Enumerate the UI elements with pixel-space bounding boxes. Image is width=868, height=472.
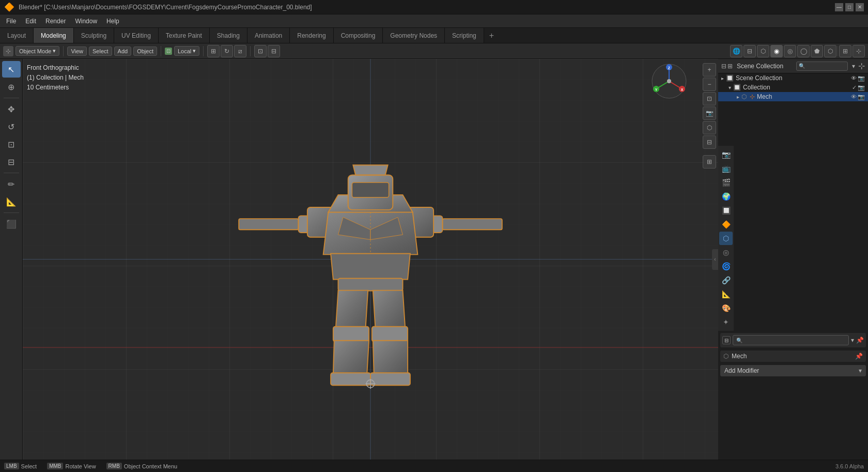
render-icon[interactable]: 📷 (858, 75, 865, 82)
perspective-btn[interactable]: ⬡ (703, 121, 716, 134)
props-search-input[interactable]: 🔍 (733, 335, 849, 345)
object-menu[interactable]: Object (133, 47, 157, 56)
svg-point-42 (667, 79, 671, 83)
props-render-tab[interactable]: 📷 (719, 148, 733, 161)
transform-tool[interactable]: ⊟ (2, 154, 21, 170)
viewport[interactable]: Front Orthographic (1) Collection | Mech… (23, 59, 718, 460)
local-dropdown[interactable]: Local ▾ (174, 46, 199, 56)
snap-btn-3[interactable]: ⧄ (234, 45, 246, 57)
move-tool[interactable]: ✥ (2, 101, 21, 117)
mech-visibility[interactable]: 👁 (851, 94, 857, 100)
overlay-btn[interactable]: ⊞ (839, 45, 851, 57)
prop-btn-2[interactable]: ⊟ (268, 45, 280, 57)
snap-btn-2[interactable]: ↻ (221, 45, 233, 57)
props-shading-tab[interactable]: ✦ (719, 315, 733, 329)
window-controls[interactable]: — □ ✕ (835, 3, 864, 11)
gizmo-btn[interactable]: ⊹ (853, 45, 865, 57)
add-menu[interactable]: Add (114, 47, 132, 56)
props-pin-btn[interactable]: 📌 (856, 337, 864, 344)
display-mode-1[interactable]: ⬡ (757, 45, 769, 57)
zoom-in-btn[interactable]: + (703, 63, 716, 77)
outliner-collection[interactable]: ▾ 🔲 Collection ✓ 📷 (718, 83, 868, 92)
menu-edit[interactable]: Edit (21, 17, 40, 26)
menu-window[interactable]: Window (71, 17, 101, 26)
props-options-btn[interactable]: ▾ (851, 337, 854, 344)
props-world-tab[interactable]: 🔲 (719, 204, 733, 217)
view-menu[interactable]: View (67, 47, 87, 56)
mode-toggle-icon[interactable]: ⊹ (3, 46, 13, 56)
tab-modeling[interactable]: Modeling (34, 28, 74, 43)
grid-snap-btn[interactable]: ⊞ (703, 155, 716, 169)
props-object-tab[interactable]: 🔶 (719, 218, 733, 231)
prop-btn-1[interactable]: ⊡ (254, 45, 267, 57)
select-menu[interactable]: Select (89, 47, 112, 56)
tab-animation[interactable]: Animation (247, 28, 290, 43)
display-mode-4[interactable]: ◯ (797, 45, 810, 57)
tab-shading[interactable]: Shading (210, 28, 247, 43)
local-view-btn[interactable]: ⊟ (703, 135, 716, 149)
annotate-tool[interactable]: ✏ (2, 176, 21, 192)
tab-texture-paint[interactable]: Texture Paint (159, 28, 210, 43)
close-button[interactable]: ✕ (856, 3, 864, 11)
display-mode-3[interactable]: ◎ (784, 45, 796, 57)
props-constraints-tab[interactable]: 🔗 (719, 273, 733, 287)
props-material-tab[interactable]: 🎨 (719, 301, 733, 315)
add-modifier-button[interactable]: Add Modifier ▾ (720, 365, 866, 376)
navigation-gizmo[interactable]: Z X Y (651, 63, 687, 99)
object-mode-dropdown[interactable]: Object Mode ▾ (16, 46, 59, 56)
display-mode-2[interactable]: ◉ (770, 45, 783, 57)
tab-geometry-nodes[interactable]: Geometry Nodes (383, 28, 445, 43)
measure-tool[interactable]: 📐 (2, 193, 21, 210)
visibility-icon[interactable]: 👁 (851, 75, 857, 82)
zoom-out-btn[interactable]: − (703, 78, 716, 91)
menu-file[interactable]: File (2, 17, 20, 26)
collapse-right-panel[interactable]: ‹ (712, 249, 718, 270)
props-particles-tab[interactable]: ◎ (719, 246, 733, 259)
tab-layout[interactable]: Layout (0, 28, 34, 43)
add-workspace-button[interactable]: + (484, 28, 499, 43)
display-mode-5[interactable]: ⬟ (811, 45, 823, 57)
menu-render[interactable]: Render (41, 17, 70, 26)
menu-help[interactable]: Help (102, 17, 123, 26)
view-layer-btn[interactable]: ⊟ (743, 45, 756, 57)
tab-compositing[interactable]: Compositing (334, 28, 383, 43)
viewport-nav-buttons: + − ⊡ 📷 ⬡ ⊟ ⊞ (703, 63, 716, 169)
props-scene-tab[interactable]: 🌍 (719, 190, 733, 203)
outliner-mech-item[interactable]: ▸ ⬡ ⊹ Mech 👁 📷 (718, 92, 868, 101)
version-label: 3.6.0 Alpha (835, 463, 864, 469)
minimize-button[interactable]: — (835, 3, 843, 11)
mech-render[interactable]: 📷 (858, 94, 865, 100)
props-physics-tab[interactable]: 🌀 (719, 260, 733, 273)
snap-btn-1[interactable]: ⊞ (207, 45, 220, 57)
cursor-tool[interactable]: ⊕ (2, 79, 21, 95)
outliner-icon-2[interactable]: ⊞ (727, 63, 733, 70)
maximize-button[interactable]: □ (845, 3, 854, 11)
tab-rendering[interactable]: Rendering (290, 28, 333, 43)
add-cube-tool[interactable]: ⬛ (2, 216, 21, 232)
tab-scripting[interactable]: Scripting (445, 28, 484, 43)
outliner-search[interactable]: 🔍 (796, 62, 848, 71)
scene-selector[interactable]: 🌐 (730, 45, 742, 57)
tab-sculpting[interactable]: Sculpting (74, 28, 114, 43)
object-pin-icon[interactable]: 📌 (855, 353, 863, 360)
rotate-tool[interactable]: ↺ (2, 118, 21, 135)
props-output-tab[interactable]: 📺 (719, 162, 733, 175)
outliner-filter-btn[interactable]: ▾ (852, 63, 855, 70)
props-modifier-tab[interactable]: ⬡ (719, 232, 733, 245)
props-data-tab[interactable]: 📐 (719, 287, 733, 301)
scale-tool[interactable]: ⊡ (2, 136, 21, 153)
camera-view-btn[interactable]: 📷 (703, 106, 716, 120)
tab-uv-editing[interactable]: UV Editing (114, 28, 159, 43)
select-tool[interactable]: ↖ (2, 61, 21, 78)
display-mode-6[interactable]: ⬡ (824, 45, 836, 57)
collection-render[interactable]: 📷 (858, 84, 865, 91)
view-all-btn[interactable]: ⊡ (703, 92, 716, 105)
add-modifier-arrow: ▾ (859, 367, 862, 374)
viewport-icon-1[interactable]: ⊡ (165, 48, 172, 55)
collection-visibility[interactable]: ✓ (852, 84, 857, 91)
props-view-layer-tab[interactable]: 🎬 (719, 176, 733, 189)
collection-icon: 🔲 (726, 74, 734, 82)
outliner-scene-collection[interactable]: ▸ 🔲 Scene Collection 👁 📷 (718, 73, 868, 83)
outliner-icon-1[interactable]: ⊟ (721, 63, 726, 70)
outliner-options-btn[interactable]: ⊹ (858, 61, 865, 71)
